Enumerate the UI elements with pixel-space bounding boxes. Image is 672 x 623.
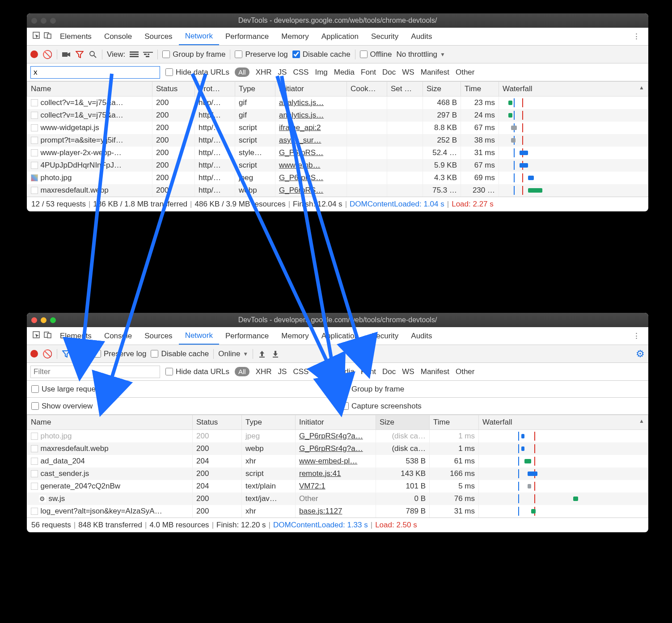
column-status[interactable]: Status [152, 82, 195, 97]
tab-performance[interactable]: Performance [219, 28, 275, 45]
table-row[interactable]: www-widgetapi.js200http/…scriptiframe_ap… [27, 122, 648, 134]
large-rows-checkbox[interactable]: Use large request rows [31, 385, 120, 394]
upload-icon[interactable] [258, 350, 266, 358]
filter-type-css[interactable]: CSS [293, 68, 309, 77]
table-row[interactable]: www-player-2x-webp-…200http/…style…G_P6r… [27, 147, 648, 159]
table-row[interactable]: photo.jpg200http/…jpegG_P6rpRS…4.3 KB69 … [27, 172, 648, 184]
filter-type-media[interactable]: Media [334, 68, 355, 77]
initiator-link[interactable]: G_P6rpRSr4g?a… [299, 432, 363, 440]
group-by-frame-checkbox[interactable]: Group by frame [162, 50, 225, 59]
filter-type-css[interactable]: CSS [293, 367, 309, 376]
disable-cache-checkbox[interactable]: Disable cache [151, 349, 209, 358]
show-overview-checkbox[interactable]: Show overview [31, 402, 93, 411]
initiator-link[interactable]: G_P6rpRS… [279, 173, 323, 182]
initiator-link[interactable]: G_P6rpRS… [279, 186, 323, 194]
close-dot[interactable] [31, 18, 37, 24]
tab-audits[interactable]: Audits [405, 327, 438, 345]
camera-icon[interactable] [62, 51, 71, 58]
filter-type-js[interactable]: JS [278, 367, 287, 376]
device-icon[interactable] [42, 31, 54, 42]
initiator-link[interactable]: G_P6rpRS… [279, 148, 323, 157]
capture-screenshots-checkbox[interactable]: Capture screenshots [341, 402, 422, 411]
table-row[interactable]: maxresdefault.webp200webpG_P6rpRSr4g?a…(… [27, 442, 648, 455]
tab-application[interactable]: Application [315, 28, 365, 45]
disable-cache-checkbox[interactable]: Disable cache [292, 50, 351, 59]
column-name[interactable]: Name [27, 82, 152, 97]
filter-type-img[interactable]: Img [315, 68, 327, 77]
table-row[interactable]: collect?v=1&_v=j75&a…200http/…gifanalyti… [27, 109, 648, 122]
filter-type-media[interactable]: Media [334, 367, 355, 376]
minimize-dot[interactable] [41, 18, 46, 24]
initiator-link[interactable]: Other [299, 494, 318, 503]
throttling-select[interactable]: Online ▼ [218, 349, 248, 358]
filter-type-xhr[interactable]: XHR [256, 68, 272, 77]
group-by-frame-checkbox[interactable]: Group by frame [341, 385, 404, 394]
table-row[interactable]: generate_204?cQ2nBw204text/plainVM72:110… [27, 480, 648, 493]
tab-security[interactable]: Security [365, 28, 405, 45]
initiator-link[interactable]: async_sur… [279, 136, 321, 144]
close-dot[interactable] [31, 317, 37, 323]
filter-type-font[interactable]: Font [361, 68, 376, 77]
filter-type-js[interactable]: JS [278, 68, 287, 77]
column-time[interactable]: Time [461, 82, 499, 97]
filter-type-manifest[interactable]: Manifest [421, 367, 449, 376]
initiator-link[interactable]: iframe_api:2 [279, 123, 321, 132]
filter-input[interactable] [30, 366, 160, 378]
tab-network[interactable]: Network [179, 28, 219, 45]
large-rows-icon[interactable] [130, 51, 139, 58]
filter-type-manifest[interactable]: Manifest [421, 68, 449, 77]
table-row[interactable]: maxresdefault.webp200http/…webpG_P6rpRS…… [27, 184, 648, 197]
tab-console[interactable]: Console [98, 28, 138, 45]
initiator-link[interactable]: www-emb… [279, 161, 321, 169]
tab-sources[interactable]: Sources [138, 327, 178, 345]
more-icon[interactable]: ⋮ [628, 32, 645, 41]
initiator-link[interactable]: analytics.js… [279, 111, 324, 119]
filter-type-all[interactable]: All [235, 367, 249, 376]
column-time[interactable]: Time [430, 415, 479, 430]
tab-memory[interactable]: Memory [275, 28, 315, 45]
filter-icon[interactable] [75, 51, 84, 58]
column-initiator[interactable]: Initiator [296, 415, 376, 430]
column-name[interactable]: Name [27, 415, 193, 430]
initiator-link[interactable]: remote.js:41 [299, 469, 341, 478]
filter-input[interactable] [30, 66, 160, 79]
tab-elements[interactable]: Elements [54, 327, 98, 345]
search-icon[interactable] [89, 51, 97, 59]
inspect-icon[interactable] [30, 31, 42, 42]
table-row[interactable]: log_event?alt=json&key=AIzaSyA…200xhrbas… [27, 505, 648, 518]
column-type[interactable]: Type [242, 415, 296, 430]
tab-console[interactable]: Console [98, 327, 138, 345]
filter-type-other[interactable]: Other [456, 68, 475, 77]
tab-audits[interactable]: Audits [405, 28, 438, 45]
offline-checkbox[interactable]: Offline [360, 50, 392, 59]
column-waterfall[interactable]: Waterfall▲ [499, 82, 648, 97]
filter-type-doc[interactable]: Doc [382, 68, 396, 77]
tab-sources[interactable]: Sources [138, 28, 178, 45]
table-row[interactable]: ad_data_204204xhrwww-embed-pl…538 B61 ms [27, 455, 648, 467]
initiator-link[interactable]: www-embed-pl… [299, 457, 357, 465]
maximize-dot[interactable] [50, 317, 56, 323]
filter-type-ws[interactable]: WS [402, 68, 414, 77]
inspect-icon[interactable] [30, 331, 42, 341]
device-icon[interactable] [42, 331, 54, 341]
filter-type-ws[interactable]: WS [402, 367, 414, 376]
filter-type-other[interactable]: Other [456, 367, 475, 376]
preserve-log-checkbox[interactable]: Preserve log [235, 50, 287, 59]
tab-application[interactable]: Application [315, 327, 365, 345]
maximize-dot[interactable] [50, 18, 56, 24]
tab-network[interactable]: Network [179, 327, 219, 345]
column-initiator[interactable]: Initiator [275, 82, 347, 97]
initiator-link[interactable]: VM72:1 [299, 482, 325, 490]
tab-performance[interactable]: Performance [219, 327, 275, 345]
column-cook[interactable]: Cook… [347, 82, 387, 97]
search-icon[interactable] [75, 350, 84, 358]
initiator-link[interactable]: base.js:1127 [299, 507, 342, 515]
table-row[interactable]: collect?v=1&_v=j75&a…200http/…gifanalyti… [27, 97, 648, 109]
settings-gear-icon[interactable]: ⚙ [636, 348, 645, 360]
record-button[interactable] [30, 350, 38, 358]
overview-icon[interactable] [143, 51, 153, 58]
filter-icon[interactable] [62, 350, 71, 358]
record-button[interactable] [30, 51, 38, 58]
filter-type-img[interactable]: Img [315, 367, 327, 376]
column-size[interactable]: Size [376, 415, 430, 430]
